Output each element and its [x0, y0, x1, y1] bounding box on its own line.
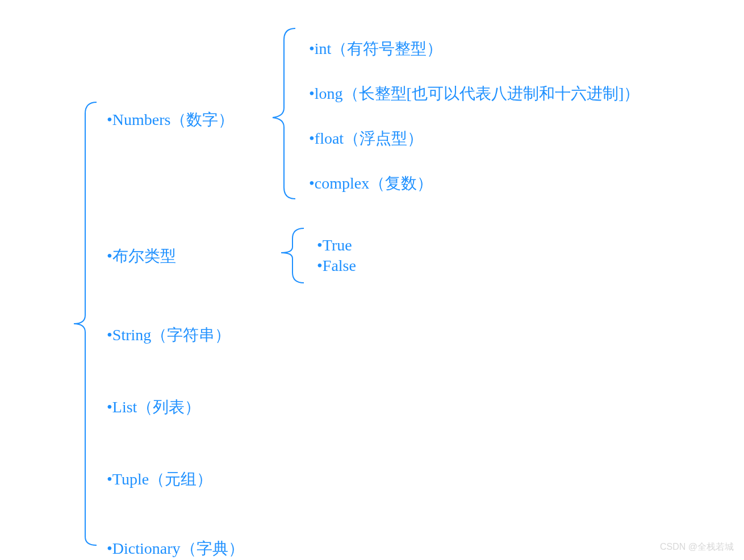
type-numbers: •Numbers（数字） — [107, 109, 234, 131]
numtype-int: •int（有符号整型） — [309, 38, 442, 60]
booltype-false: •False — [317, 257, 356, 275]
type-boolean: •布尔类型 — [107, 245, 176, 267]
numtype-float: •float（浮点型） — [309, 128, 423, 149]
numtype-long: •long（长整型[也可以代表八进制和十六进制]） — [309, 83, 639, 105]
booltype-true: •True — [317, 236, 352, 254]
numtype-complex: •complex（复数） — [309, 173, 433, 194]
type-string: •String（字符串） — [107, 324, 231, 346]
watermark: CSDN @全栈若城 — [660, 541, 734, 553]
type-tuple: •Tuple（元组） — [107, 469, 212, 490]
type-list: •List（列表） — [107, 396, 200, 418]
type-dictionary: •Dictionary（字典） — [107, 538, 244, 559]
